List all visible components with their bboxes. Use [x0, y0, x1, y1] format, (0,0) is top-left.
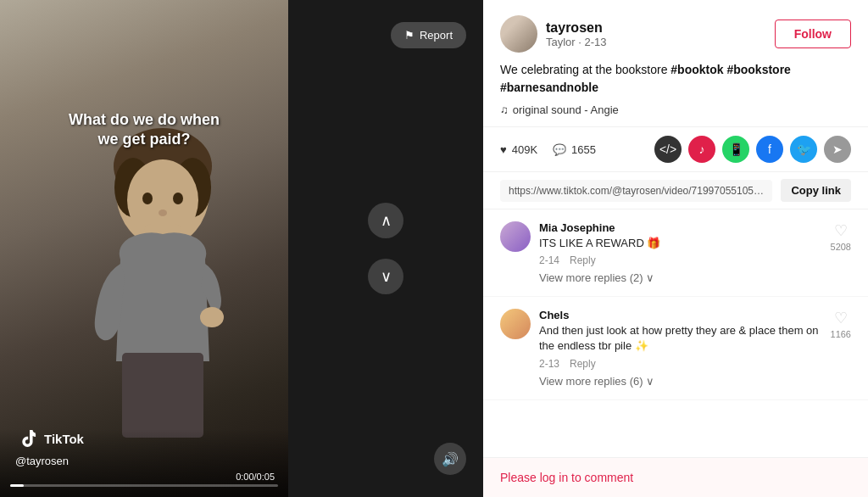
svg-point-5: [142, 193, 153, 204]
comment-meta-chels: 2-13 Reply: [539, 358, 822, 370]
heart-icon-mia: ♡: [834, 221, 848, 240]
actions-row: ♥ 409K 💬 1655 </> ♪ 📱 f 🐦 ➤: [483, 127, 868, 172]
view-more-chels[interactable]: View more replies (6) ∨: [539, 375, 822, 388]
whatsapp-icon: 📱: [729, 142, 743, 156]
video-progress-fill: [10, 484, 24, 487]
sound-line: ♫ original sound - Angie: [500, 103, 851, 116]
user-row: tayrosen Taylor · 2-13 Follow: [500, 15, 851, 53]
video-caption-text: What do we do when we get paid?: [59, 110, 229, 150]
forward-arrow-icon: ➤: [832, 142, 843, 156]
flag-icon: ⚑: [404, 29, 415, 42]
info-panel: tayrosen Taylor · 2-13 Follow We celebra…: [483, 0, 868, 497]
report-button[interactable]: ⚑ Report: [391, 22, 466, 48]
tiktok-share-icon: ♪: [699, 142, 705, 156]
comment-text-mia: ITS LIKE A REWARD 🎁: [539, 236, 822, 251]
comments-count: 1655: [571, 143, 596, 156]
code-icon: </>: [659, 142, 676, 156]
svg-rect-10: [122, 353, 203, 438]
likes-count: 409K: [512, 143, 537, 156]
link-row: https://www.tiktok.com/@tayrosen/video/7…: [483, 172, 868, 209]
comment-date-mia: 2-14: [539, 254, 559, 266]
facebook-share-button[interactable]: f: [756, 136, 783, 163]
svg-point-9: [200, 307, 224, 327]
like-count-chels: 1166: [831, 329, 851, 339]
view-more-mia[interactable]: View more replies (2) ∨: [539, 271, 822, 284]
person-figure: [70, 124, 256, 446]
tiktok-handle-label: @tayrosen: [15, 455, 69, 467]
whatsapp-share-button[interactable]: 📱: [722, 136, 749, 163]
svg-point-7: [159, 209, 167, 216]
sound-label: original sound - Angie: [513, 103, 619, 116]
comment-body: Mia Josephine ITS LIKE A REWARD 🎁 2-14 R…: [539, 221, 822, 284]
reply-button-mia[interactable]: Reply: [570, 254, 596, 266]
report-label: Report: [420, 29, 453, 42]
comment-body: Chels And then just look at how pretty t…: [539, 309, 822, 387]
commenter-name-chels: Chels: [539, 309, 822, 321]
share-icons: </> ♪ 📱 f 🐦 ➤: [654, 136, 851, 163]
video-progress-bar[interactable]: [10, 484, 278, 487]
music-icon: ♫: [500, 103, 509, 116]
facebook-icon: f: [768, 142, 771, 156]
nav-up-button[interactable]: ∧: [368, 203, 403, 238]
comment-text-chels: And then just look at how pretty they ar…: [539, 323, 822, 354]
user-info: tayrosen Taylor · 2-13: [500, 15, 607, 53]
follow-button[interactable]: Follow: [775, 20, 851, 48]
info-header: tayrosen Taylor · 2-13 Follow We celebra…: [483, 0, 868, 127]
login-prompt[interactable]: Please log in to comment: [500, 471, 633, 484]
comment-like-chels[interactable]: ♡ 1166: [831, 309, 851, 387]
comment-meta-mia: 2-14 Reply: [539, 254, 822, 266]
video-url: https://www.tiktok.com/@tayrosen/video/7…: [500, 180, 772, 202]
embed-share-button[interactable]: </>: [654, 136, 682, 163]
tiktok-share-button[interactable]: ♪: [688, 136, 715, 163]
chevron-up-icon: ∧: [381, 211, 392, 230]
likes-stat: ♥ 409K: [500, 143, 537, 156]
svg-point-6: [173, 193, 183, 204]
avatar-image: [500, 15, 537, 53]
commenter-name-mia: Mia Josephine: [539, 221, 822, 234]
user-meta-label: Taylor · 2-13: [546, 36, 607, 48]
login-bar[interactable]: Please log in to comment: [483, 457, 868, 497]
nav-down-button[interactable]: ∨: [368, 259, 403, 294]
avatar: [500, 15, 537, 53]
middle-panel: ⚑ Report ∧ ∨ 🔊: [288, 0, 483, 497]
comment-stat-icon: 💬: [553, 143, 566, 156]
commenter-avatar-mia: [500, 221, 531, 252]
copy-link-button[interactable]: Copy link: [781, 179, 851, 202]
twitter-icon: 🐦: [797, 142, 811, 156]
commenter-avatar-chels: [500, 309, 531, 339]
comment-like-mia[interactable]: ♡ 5208: [831, 221, 851, 284]
comment-item: Mia Josephine ITS LIKE A REWARD 🎁 2-14 R…: [483, 209, 868, 297]
comment-date-chels: 2-13: [539, 358, 559, 370]
comment-row: Chels And then just look at how pretty t…: [500, 309, 851, 387]
tiktok-logo: TikTok: [15, 427, 84, 450]
comment-item: Chels And then just look at how pretty t…: [483, 297, 868, 399]
sound-toggle-button[interactable]: 🔊: [434, 443, 466, 475]
heart-icon-chels: ♡: [834, 309, 848, 327]
more-share-button[interactable]: ➤: [824, 136, 851, 163]
tiktok-brand-label: TikTok: [44, 432, 84, 446]
stat-group: ♥ 409K 💬 1655: [500, 143, 596, 156]
comments-section: Mia Josephine ITS LIKE A REWARD 🎁 2-14 R…: [483, 209, 868, 457]
tiktok-icon: [15, 427, 39, 450]
caption-text: We celebrating at the bookstore #booktok…: [500, 61, 851, 97]
user-details: tayrosen Taylor · 2-13: [546, 20, 607, 48]
twitter-share-button[interactable]: 🐦: [790, 136, 817, 163]
video-panel: What do we do when we get paid? TikTok @…: [0, 0, 288, 497]
heart-stat-icon: ♥: [500, 143, 507, 156]
volume-icon: 🔊: [442, 451, 459, 467]
video-time-label: 0:00/0:05: [236, 472, 275, 482]
reply-button-chels[interactable]: Reply: [570, 358, 596, 370]
like-count-mia: 5208: [831, 242, 851, 252]
comments-stat: 💬 1655: [553, 143, 596, 156]
comment-row: Mia Josephine ITS LIKE A REWARD 🎁 2-14 R…: [500, 221, 851, 284]
chevron-down-icon: ∨: [381, 267, 392, 286]
username-label: tayrosen: [546, 20, 607, 36]
caption-main: We celebrating at the bookstore: [500, 63, 670, 76]
